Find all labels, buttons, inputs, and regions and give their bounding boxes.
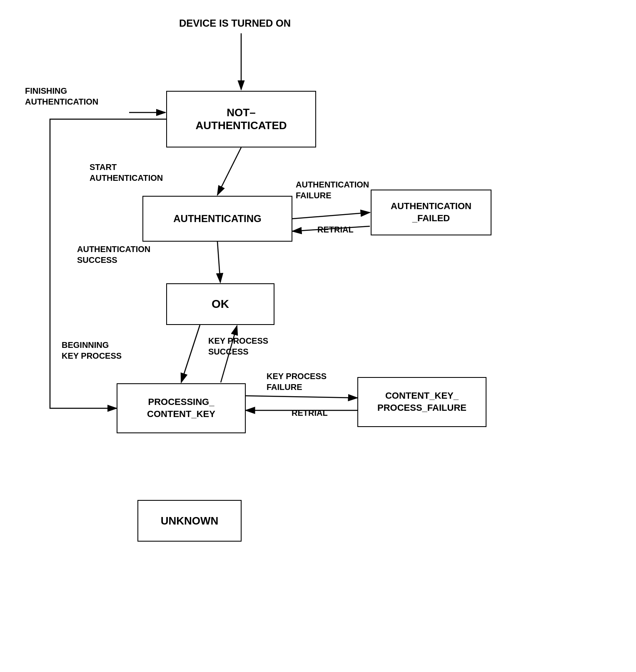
- label-finishing-auth: FINISHINGAUTHENTICATION: [25, 85, 98, 107]
- box-ok: OK: [166, 283, 274, 325]
- diagram-container: DEVICE IS TURNED ON FINISHINGAUTHENTICAT…: [0, 0, 636, 672]
- label-key-process-failure: KEY PROCESSFAILURE: [267, 371, 327, 392]
- box-not-authenticated: NOT–AUTHENTICATED: [166, 91, 316, 147]
- label-auth-failure: AUTHENTICATIONFAILURE: [296, 179, 369, 201]
- box-auth-failed: AUTHENTICATION_FAILED: [371, 190, 491, 235]
- label-device-on: DEVICE IS TURNED ON: [179, 17, 291, 30]
- label-auth-success: AUTHENTICATIONSUCCESS: [77, 244, 150, 265]
- label-retrial-key: RETRIAL: [292, 407, 328, 418]
- arrow-processing-to-failure: [246, 396, 357, 398]
- box-content-key-failure: CONTENT_KEY_PROCESS_FAILURE: [357, 377, 486, 427]
- arrow-ok-to-processing: [181, 325, 200, 382]
- label-start-auth: STARTAUTHENTICATION: [90, 162, 163, 183]
- label-retrial-auth: RETRIAL: [317, 224, 354, 235]
- arrow-auth-to-failed: [292, 212, 370, 219]
- arrow-not-auth-to-auth: [217, 147, 241, 195]
- box-authenticating: AUTHENTICATING: [142, 196, 292, 242]
- arrow-auth-to-ok: [217, 242, 220, 282]
- label-beginning-key: BEGINNINGKEY PROCESS: [62, 340, 122, 361]
- box-processing: PROCESSING_CONTENT_KEY: [117, 383, 246, 433]
- box-unknown: UNKNOWN: [137, 500, 242, 542]
- label-key-process-success: KEY PROCESSSUCCESS: [208, 335, 268, 357]
